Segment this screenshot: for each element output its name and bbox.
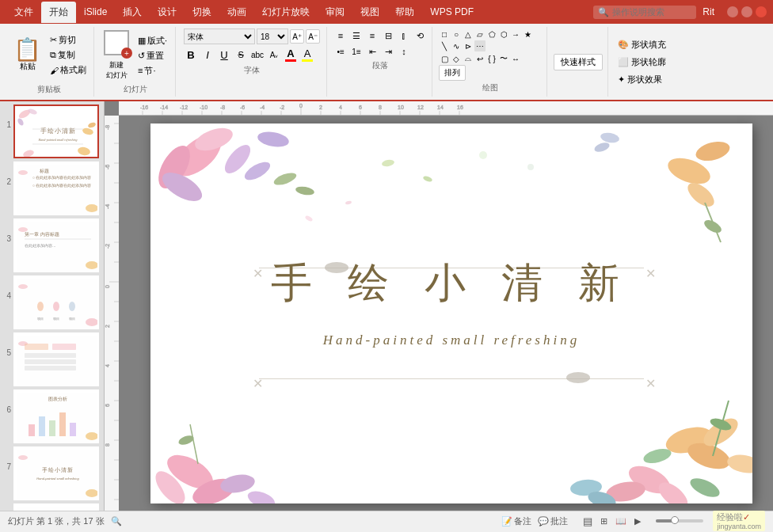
italic-button[interactable]: I — [200, 48, 215, 62]
cut-button[interactable]: ✂ 剪切 — [48, 33, 89, 47]
zoom-slider[interactable] — [656, 519, 703, 522]
shape-double-arrow[interactable]: ↔ — [510, 53, 521, 64]
shape-chevron-button[interactable]: ⊳ — [463, 40, 474, 51]
shape-effect-button[interactable]: ✦ 形状效果 — [615, 72, 669, 87]
new-slide-button[interactable]: + 新建 幻灯片 — [101, 28, 132, 82]
format-brush-button[interactable]: 🖌 格式刷 — [48, 63, 89, 77]
indent-increase-button[interactable]: ⇥ — [381, 44, 395, 59]
home-tab[interactable]: 开始 — [41, 2, 76, 23]
reset-button[interactable]: ↺ 重置 — [135, 49, 170, 63]
maximize-button[interactable] — [741, 6, 752, 17]
help-tab[interactable]: 帮助 — [387, 2, 422, 23]
shape-arrow-button[interactable]: → — [510, 28, 521, 40]
text-direction-button[interactable]: ⟲ — [413, 28, 427, 43]
slide-num-8: 8 — [2, 504, 11, 511]
slide-browse-button[interactable]: ⊞ — [598, 515, 610, 527]
line-spacing-button[interactable]: ↕ — [397, 44, 411, 59]
play-button[interactable]: ▶ — [632, 515, 643, 527]
align-right-button[interactable]: ≡ — [365, 28, 379, 43]
justify-button[interactable]: ⊟ — [381, 28, 395, 43]
shape-outline-button[interactable]: ⬜ 形状轮廓 — [615, 55, 669, 70]
bullet-button[interactable]: •≡ — [333, 44, 348, 59]
shape-star-button[interactable]: ★ — [522, 28, 533, 40]
font-size-select[interactable]: 18 — [257, 28, 288, 44]
highlight-button[interactable]: A — [300, 46, 314, 63]
shape-line-button[interactable]: ╲ — [439, 40, 450, 51]
svg-text:16: 16 — [457, 104, 463, 110]
copy-button[interactable]: ⧉ 复制 — [48, 48, 89, 62]
quick-style-button[interactable]: 快速样式 — [554, 54, 603, 70]
layout-button[interactable]: ▦ 版式· — [135, 34, 170, 48]
slide-item-8[interactable]: 8 — [2, 504, 102, 511]
main-slide-canvas[interactable]: ✕ ✕ ✕ ✕ 手 绘 小 清 新 Hand-painted small ref… — [150, 124, 752, 504]
slideshow-tab[interactable]: 幻灯片放映 — [254, 2, 318, 23]
islide-tab[interactable]: iSlide — [76, 2, 115, 21]
file-tab[interactable]: 文件 — [6, 2, 41, 23]
shape-hexagon-button[interactable]: ⬡ — [498, 28, 509, 40]
shape-scroll[interactable]: ↩ — [474, 53, 486, 64]
normal-view-button[interactable]: ▤ — [581, 515, 595, 528]
notes-button[interactable]: 📝 备注 — [501, 515, 531, 527]
insert-tab[interactable]: 插入 — [115, 2, 150, 23]
shape-parallelogram-button[interactable]: ▱ — [474, 28, 486, 40]
search-box[interactable]: 🔍 — [593, 6, 696, 19]
align-center-button[interactable]: ☰ — [349, 28, 364, 43]
slide-main-title[interactable]: 手 绘 小 清 新 — [271, 256, 632, 311]
increase-font-button[interactable]: A⁺ — [290, 29, 304, 44]
shape-format-group: 🎨 形状填充 ⬜ 形状轮廓 ✦ 形状效果 — [610, 27, 674, 97]
review-tab[interactable]: 审阅 — [318, 2, 352, 23]
slide-item-7[interactable]: 7 手绘小清新 Hand-painted small refreshing — [2, 446, 102, 500]
shape-fill-button[interactable]: 🎨 形状填充 — [615, 37, 669, 52]
design-tab[interactable]: 设计 — [150, 2, 185, 23]
slide-item-1[interactable]: 1 手绘小清新 Hand-painted small refresh — [2, 104, 102, 158]
animation-tab[interactable]: 动画 — [219, 2, 254, 23]
reading-view-button[interactable]: 📖 — [613, 515, 629, 527]
underline-button[interactable]: U — [217, 48, 231, 62]
bold-button[interactable]: B — [184, 48, 198, 62]
search-input[interactable] — [612, 7, 691, 17]
svg-point-30 — [69, 302, 75, 311]
comments-button[interactable]: 💬 批注 — [538, 515, 568, 527]
close-button[interactable] — [756, 6, 767, 17]
shape-trapezoid[interactable]: ⌓ — [463, 53, 474, 64]
arrange-button[interactable]: 排列 — [439, 65, 466, 81]
transition-tab[interactable]: 切换 — [185, 2, 219, 23]
slide-item-4[interactable]: 4 项目 项目 项目 — [2, 276, 102, 329]
svg-rect-36 — [25, 344, 48, 350]
section-button[interactable]: ≡ 节· — [135, 64, 170, 78]
strikethrough-button[interactable]: S — [234, 48, 248, 62]
view-tab[interactable]: 视图 — [352, 2, 387, 23]
font-color-button[interactable]: A — [284, 46, 298, 63]
shape-rect-button[interactable]: □ — [439, 28, 450, 40]
superscript-button[interactable]: Aᵥ — [267, 48, 281, 62]
align-left-button[interactable]: ≡ — [333, 28, 348, 43]
shape-diamond[interactable]: ◇ — [451, 53, 462, 64]
slide-item-5[interactable]: 5 — [2, 332, 102, 386]
svg-rect-46 — [49, 420, 55, 436]
paste-button[interactable]: 📋 粘贴 — [10, 37, 45, 74]
shape-curve-button[interactable]: ∿ — [451, 40, 462, 51]
indent-decrease-button[interactable]: ⇤ — [365, 44, 379, 59]
slide-item-2[interactable]: 2 ○ 在此处添加内容 ○ 在此处添加内容 ○ 在此处添加内容 ○ 在此处添加内… — [2, 162, 102, 215]
shape-more-button[interactable]: ⋯ — [474, 40, 486, 51]
slide-subtitle[interactable]: Hand-painted small refreshing — [323, 332, 580, 348]
shape-wave[interactable]: 〜 — [498, 53, 509, 64]
shape-circle-button[interactable]: ○ — [451, 28, 462, 40]
subscript-button[interactable]: abc — [250, 48, 265, 62]
svg-point-165 — [479, 151, 487, 159]
columns-button[interactable]: ⫿ — [397, 28, 411, 43]
minimize-button[interactable] — [727, 6, 738, 17]
decrease-font-button[interactable]: A⁻ — [306, 29, 320, 44]
shape-pentagon-button[interactable]: ⬠ — [486, 28, 497, 40]
number-list-button[interactable]: 1≡ — [349, 44, 364, 59]
clipboard-label: 剪贴板 — [10, 84, 89, 95]
font-family-select[interactable]: 宋体 — [184, 28, 255, 44]
wps-pdf-tab[interactable]: WPS PDF — [422, 2, 482, 21]
slide-item-6[interactable]: 6 图表分析 — [2, 390, 102, 443]
slide-item-3[interactable]: 3 第一章 内容标题 在此处添加内容... — [2, 218, 102, 272]
shape-triangle-button[interactable]: △ — [463, 28, 474, 40]
svg-point-153 — [725, 452, 752, 475]
shape-bracket[interactable]: { } — [486, 53, 497, 64]
shape-rounded-rect[interactable]: ▢ — [439, 53, 450, 64]
accessibility-icon[interactable]: 🔍 — [111, 516, 122, 526]
